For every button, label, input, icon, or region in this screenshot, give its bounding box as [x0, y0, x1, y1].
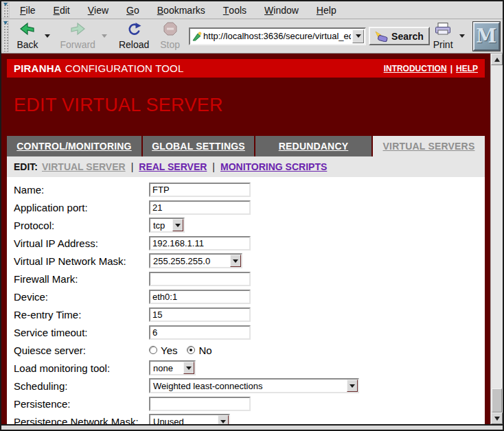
device-input[interactable] [149, 290, 251, 304]
mozilla-logo[interactable]: M [473, 22, 500, 51]
forward-button[interactable]: Forward [57, 21, 99, 51]
form-row: Name: [14, 180, 485, 198]
firewall-mark-input[interactable] [149, 272, 251, 286]
firewall-mark-label: Firewall Mark: [14, 273, 149, 285]
load-monitoring-select[interactable]: none [149, 360, 196, 375]
browser-window: File Edit View Go Bookmarks Tools Window… [0, 0, 504, 431]
back-dropdown-arrow[interactable] [45, 34, 50, 38]
tab-virtual-servers[interactable]: VIRTUAL SERVERS [373, 136, 485, 156]
edit-subnav: EDIT: VIRTUAL SERVER | REAL SERVER | MON… [7, 156, 485, 177]
subnav-virtual-server[interactable]: VIRTUAL SERVER [42, 161, 126, 172]
menu-bar: File Edit View Go Bookmarks Tools Window… [1, 1, 503, 19]
persistence-netmask-select[interactable]: Unused [149, 414, 230, 424]
chevron-down-icon [183, 362, 194, 374]
form-row: Virtual IP Network Mask: 255.255.255.0 [14, 252, 485, 270]
introduction-link[interactable]: INTRODUCTION [384, 64, 447, 73]
quiesce-server-label: Quiesce server: [14, 345, 149, 356]
back-icon [19, 22, 36, 38]
arrow-up-icon [494, 58, 500, 62]
protocol-label: Protocol: [14, 220, 149, 231]
help-link[interactable]: HELP [456, 64, 478, 73]
url-history-dropdown[interactable] [352, 30, 364, 43]
quiesce-no-radio[interactable] [187, 346, 195, 354]
reentry-time-input[interactable] [149, 307, 251, 322]
bookmark-icon[interactable] [192, 32, 202, 41]
subnav-monitoring-scripts-link[interactable]: MONITORING SCRIPTS [220, 161, 327, 172]
scheduling-label: Scheduling: [14, 380, 149, 392]
service-timeout-label: Service timeout: [14, 327, 149, 338]
url-input[interactable] [202, 31, 352, 41]
page-title: EDIT VIRTUAL SERVER [14, 95, 485, 116]
tab-bar: CONTROL/MONITORING GLOBAL SETTINGS REDUN… [7, 136, 485, 156]
menu-edit[interactable]: Edit [45, 1, 79, 19]
reload-button[interactable]: Reload [115, 21, 152, 51]
tab-redundancy[interactable]: REDUNDANCY [255, 136, 371, 156]
url-bar [189, 27, 366, 45]
menu-file[interactable]: File [11, 1, 45, 19]
chevron-down-icon [172, 219, 183, 231]
window-bottom-edge [1, 424, 503, 430]
forward-dropdown-arrow[interactable] [102, 34, 107, 38]
persistence-label: Persistence: [14, 398, 149, 410]
virtual-ip-netmask-select[interactable]: 255.255.255.0 [149, 253, 242, 268]
load-monitoring-label: Load monitoring tool: [14, 362, 149, 374]
search-button[interactable]: Search [369, 27, 430, 45]
chevron-down-icon [347, 380, 358, 392]
form-row: Application port: [14, 198, 485, 216]
form-row: Scheduling: Weighted least-connections [14, 377, 485, 395]
edit-prefix: EDIT: [14, 161, 38, 172]
scroll-up-button[interactable] [491, 54, 503, 65]
service-timeout-input[interactable] [149, 325, 251, 340]
menu-help[interactable]: Help [308, 1, 345, 19]
form-row: Service timeout: [14, 323, 485, 341]
reload-icon [126, 22, 141, 38]
virtual-ip-netmask-label: Virtual IP Network Mask: [14, 255, 149, 267]
menu-view[interactable]: View [79, 1, 117, 19]
protocol-select[interactable]: tcp [149, 218, 185, 233]
stop-button[interactable]: Stop [157, 21, 183, 51]
application-port-input[interactable] [149, 200, 251, 215]
subnav-real-server-link[interactable]: REAL SERVER [139, 161, 207, 172]
forward-icon [69, 22, 86, 38]
print-button[interactable]: Print [430, 21, 457, 51]
back-button[interactable]: Back [13, 21, 41, 51]
search-icon [375, 31, 389, 42]
vertical-scrollbar[interactable] [490, 54, 503, 424]
print-dropdown-arrow[interactable] [459, 34, 465, 38]
toolbar-grip[interactable] [2, 2, 10, 18]
form-row: Firewall Mark: [14, 270, 485, 288]
scheduling-select[interactable]: Weighted least-connections [149, 378, 359, 393]
persistence-input[interactable] [149, 397, 251, 411]
name-label: Name: [14, 184, 149, 196]
quiesce-yes-label: Yes [161, 345, 177, 356]
menu-tools[interactable]: Tools [214, 1, 255, 19]
piranha-banner: PIRANHACONFIGURATION TOOL INTRODUCTION |… [7, 59, 485, 78]
scrollbar-thumb[interactable] [492, 388, 502, 412]
form-row: Device: [14, 288, 485, 305]
form-row: Virtual IP Address: [14, 234, 485, 252]
device-label: Device: [14, 291, 149, 303]
chevron-down-icon [230, 255, 241, 267]
reentry-time-label: Re-entry Time: [14, 309, 149, 321]
form-row: Re-entry Time: [14, 305, 485, 323]
virtual-ip-input[interactable] [149, 236, 251, 251]
form-row: Quiesce server: Yes No [14, 341, 485, 359]
tab-global-settings[interactable]: GLOBAL SETTINGS [143, 136, 254, 156]
print-icon [434, 22, 452, 38]
menu-go[interactable]: Go [117, 1, 148, 19]
menu-bookmarks[interactable]: Bookmarks [148, 1, 214, 19]
toolbar-grip[interactable] [2, 21, 9, 52]
scroll-down-button[interactable] [491, 412, 503, 424]
name-input[interactable] [149, 183, 251, 197]
form-row: Persistence: [14, 395, 485, 412]
application-port-label: Application port: [14, 202, 149, 213]
chevron-down-icon [218, 415, 229, 424]
menu-window[interactable]: Window [255, 1, 308, 19]
form-row: Persistence Network Mask: Unused [14, 412, 485, 424]
form-row: Load monitoring tool: none [14, 359, 485, 377]
scrollbar-track[interactable] [491, 65, 503, 412]
chevron-down-icon [356, 34, 361, 38]
tab-control-monitoring[interactable]: CONTROL/MONITORING [7, 136, 141, 156]
banner-separator: | [450, 64, 453, 73]
quiesce-yes-radio[interactable] [149, 346, 157, 354]
